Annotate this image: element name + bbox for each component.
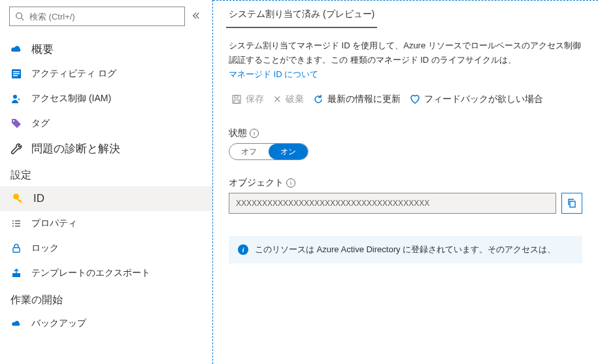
svg-point-7	[18, 99, 20, 100]
tab-system-assigned[interactable]: システム割り当て済み (プレビュー)	[226, 5, 377, 28]
description: システム割り当てマネージド ID を使用して、Azure リソースでロールベース…	[213, 28, 598, 82]
info-text: このリソースは Azure Active Directory に登録されています…	[255, 244, 556, 256]
section-settings-header: 設定	[0, 161, 212, 186]
svg-rect-19	[12, 273, 20, 277]
nav-tags[interactable]: タグ	[0, 111, 212, 136]
properties-icon	[10, 218, 22, 229]
wrench-icon	[10, 142, 22, 154]
object-id-label: オブジェクト	[229, 177, 284, 189]
svg-point-9	[13, 193, 19, 199]
copy-icon	[567, 198, 577, 208]
svg-rect-22	[234, 100, 239, 103]
nav-label: タグ	[31, 118, 50, 129]
info-banner: i このリソースは Azure Active Directory に登録されてい…	[229, 236, 582, 263]
nav-label: 概要	[31, 42, 54, 57]
svg-point-8	[13, 120, 14, 122]
svg-point-6	[13, 95, 17, 99]
info-icon[interactable]: i	[286, 178, 295, 188]
refresh-icon	[313, 94, 324, 105]
nav-diagnose[interactable]: 問題の診断と解決	[0, 136, 212, 161]
svg-rect-3	[13, 71, 20, 73]
svg-rect-5	[13, 75, 18, 76]
cloud-small-icon	[10, 318, 22, 329]
status-label: 状態	[229, 127, 247, 139]
object-id-field: XXXXXXXXXXXXXXXXXXXXXXXXXXXXXXXXXXXXX	[229, 193, 556, 214]
tag-icon	[10, 118, 22, 129]
cloud-icon	[10, 43, 22, 55]
nav-activity-log[interactable]: アクティビティ ログ	[0, 61, 212, 86]
section-getstarted-header: 作業の開始	[0, 286, 212, 311]
nav-label: アクティビティ ログ	[31, 68, 116, 80]
copy-button[interactable]	[561, 193, 582, 214]
key-icon	[12, 193, 24, 205]
nav-label: アクセス制御 (IAM)	[31, 93, 111, 105]
svg-line-1	[22, 18, 24, 21]
info-icon[interactable]: i	[250, 129, 259, 138]
nav-label: テンプレートのエクスポート	[31, 267, 150, 279]
close-icon: ✕	[273, 93, 282, 105]
activity-log-icon	[10, 68, 22, 80]
lock-icon	[10, 242, 22, 254]
svg-rect-23	[570, 201, 575, 207]
heart-icon	[410, 94, 420, 105]
nav-backup[interactable]: バックアップ	[0, 311, 212, 336]
person-icon	[10, 93, 22, 105]
save-icon	[231, 94, 242, 105]
search-input[interactable]	[28, 11, 179, 22]
discard-button[interactable]: ✕ 破棄	[271, 91, 307, 108]
nav-locks[interactable]: ロック	[0, 236, 212, 261]
toggle-off[interactable]: オフ	[229, 144, 269, 159]
svg-rect-18	[13, 248, 20, 252]
collapse-sidebar-button[interactable]	[189, 11, 203, 22]
svg-rect-4	[13, 73, 20, 74]
refresh-button[interactable]: 最新の情報に更新	[310, 91, 403, 108]
nav-label: ID	[33, 192, 44, 205]
feedback-button[interactable]: フィードバックが欲しい場合	[407, 91, 546, 108]
managed-id-link[interactable]: マネージド ID について	[229, 69, 318, 79]
chevron-double-left-icon	[191, 11, 201, 20]
info-icon: i	[238, 244, 248, 255]
search-box[interactable]	[9, 7, 185, 26]
nav-label: 問題の診断と解決	[31, 141, 120, 156]
search-icon	[15, 12, 24, 21]
toggle-on[interactable]: オン	[269, 144, 308, 159]
status-toggle[interactable]: オフ オン	[229, 143, 308, 160]
svg-rect-21	[235, 95, 238, 98]
nav-export-template[interactable]: テンプレートのエクスポート	[0, 261, 212, 286]
svg-point-0	[16, 13, 22, 19]
nav-label: バックアップ	[31, 318, 86, 329]
nav-iam[interactable]: アクセス制御 (IAM)	[0, 86, 212, 111]
nav-properties[interactable]: プロパティ	[0, 211, 212, 236]
save-button[interactable]: 保存	[229, 91, 267, 108]
nav-label: プロパティ	[31, 218, 77, 229]
export-icon	[10, 267, 22, 279]
nav-id[interactable]: ID	[0, 186, 212, 211]
nav-label: ロック	[31, 242, 59, 254]
nav-overview[interactable]: 概要	[0, 37, 212, 61]
